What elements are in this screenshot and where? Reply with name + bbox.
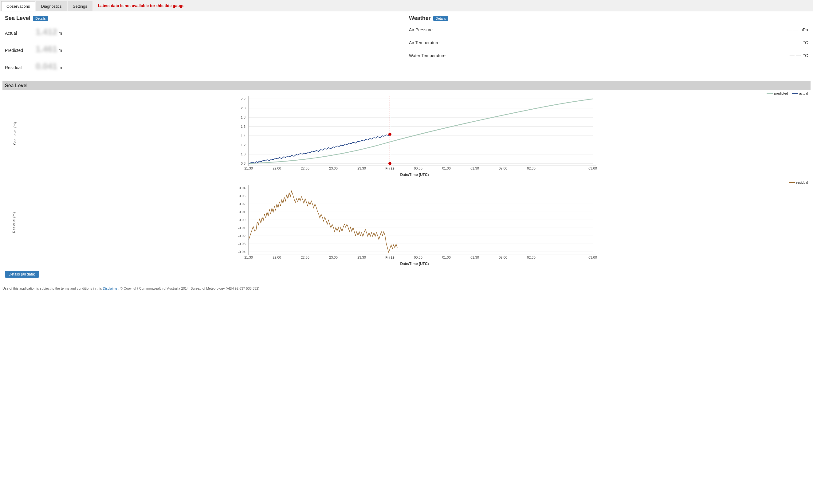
svg-text:Fri 29: Fri 29 — [385, 166, 394, 170]
top-section: Sea Level Details Actual 1.412 m Predict… — [2, 14, 811, 79]
svg-text:22:30: 22:30 — [301, 256, 309, 259]
svg-text:0.8: 0.8 — [241, 162, 245, 165]
legend-residual: residual — [789, 181, 808, 184]
tab-settings[interactable]: Settings — [68, 1, 92, 11]
svg-text:Fri 29: Fri 29 — [385, 256, 394, 259]
svg-text:1.0: 1.0 — [241, 152, 245, 156]
residual-unit: m — [58, 65, 62, 70]
svg-text:21:30: 21:30 — [244, 256, 253, 259]
legend-predicted-label: predicted — [774, 92, 788, 95]
predicted-unit: m — [58, 48, 62, 53]
sea-level-x-label: Date/Time (UTC) — [21, 173, 808, 177]
residual-x-label: Date/Time (UTC) — [21, 262, 808, 266]
svg-text:02:00: 02:00 — [499, 166, 507, 170]
svg-text:00:30: 00:30 — [414, 166, 423, 170]
tab-observations[interactable]: Observations — [1, 1, 35, 11]
svg-text:22:00: 22:00 — [272, 166, 281, 170]
legend-actual: actual — [792, 92, 808, 95]
svg-text:21:30: 21:30 — [244, 166, 253, 170]
water-temp-value-group: — — °C — [790, 53, 808, 58]
weather-title: Weather — [409, 15, 431, 21]
air-temp-row: Air Temperature — — °C — [409, 39, 808, 47]
actual-value: 1.412 — [36, 27, 57, 37]
tab-bar: Observations Diagnostics Settings Latest… — [0, 0, 813, 11]
details-all-button[interactable]: Details (all data) — [5, 271, 39, 278]
air-pressure-unit: hPa — [800, 27, 808, 32]
footer: Use of this application is subject to th… — [0, 285, 813, 291]
weather-panel: Weather Details Air Pressure — — hPa Air… — [406, 14, 811, 79]
sea-level-header: Sea Level Details — [5, 15, 404, 23]
residual-label: Residual — [5, 65, 36, 70]
legend-predicted-color — [767, 93, 773, 94]
svg-text:-0.04: -0.04 — [238, 250, 245, 254]
residual-value: 0.041 — [36, 61, 57, 71]
svg-text:0.04: 0.04 — [239, 186, 245, 190]
sea-level-chart-container: predicted actual Sea Level (m) — [2, 90, 811, 177]
svg-text:01:30: 01:30 — [471, 256, 479, 259]
svg-text:-0.01: -0.01 — [238, 226, 245, 230]
legend-actual-color — [792, 93, 798, 94]
air-temp-value: — — — [790, 40, 801, 45]
predicted-row: Predicted 1.461 m — [5, 43, 404, 55]
weather-details-button[interactable]: Details — [433, 16, 449, 21]
legend-residual-label: residual — [796, 181, 808, 184]
svg-text:02:00: 02:00 — [499, 256, 507, 259]
footer-link[interactable]: Disclaimer — [103, 287, 119, 290]
svg-text:01:00: 01:00 — [442, 166, 451, 170]
svg-text:22:30: 22:30 — [301, 166, 309, 170]
weather-header: Weather Details — [409, 15, 808, 23]
svg-text:1.4: 1.4 — [241, 134, 245, 138]
sea-level-chart-header: Sea Level — [2, 81, 811, 90]
main-content: Sea Level Details Actual 1.412 m Predict… — [0, 11, 813, 284]
footer-suffix: . © Copyright Commonwealth of Australia … — [118, 287, 259, 290]
predicted-value: 1.461 — [36, 44, 57, 54]
actual-row: Actual 1.412 m — [5, 26, 404, 38]
svg-text:0.03: 0.03 — [239, 194, 245, 198]
sea-level-svg: 2.2 2.0 1.8 1.6 1.4 1.2 1.0 0.8 21:30 22… — [21, 93, 808, 173]
air-pressure-value: — — — [787, 27, 798, 33]
residual-row: Residual 0.041 m — [5, 60, 404, 72]
svg-text:22:00: 22:00 — [272, 256, 281, 259]
water-temp-row: Water Temperature — — °C — [409, 52, 808, 60]
svg-text:03:00: 03:00 — [588, 166, 597, 170]
air-pressure-label: Air Pressure — [409, 27, 433, 32]
svg-text:0.01: 0.01 — [239, 210, 245, 214]
sea-level-y-axis-label: Sea Level (m) — [13, 122, 17, 145]
sea-level-panel: Sea Level Details Actual 1.412 m Predict… — [2, 14, 406, 79]
actual-unit: m — [58, 31, 62, 36]
water-temp-label: Water Temperature — [409, 53, 446, 58]
svg-text:1.2: 1.2 — [241, 143, 245, 147]
water-temp-value: — — — [790, 53, 801, 58]
residual-chart-container: residual Residual (m) 0.04 0.03 0. — [2, 179, 811, 266]
tab-diagnostics[interactable]: Diagnostics — [36, 1, 67, 11]
predicted-label: Predicted — [5, 48, 36, 53]
air-pressure-row: Air Pressure — — hPa — [409, 26, 808, 34]
alert-message: Latest data is not available for this ti… — [98, 3, 185, 8]
svg-text:1.8: 1.8 — [241, 115, 245, 119]
svg-text:23:30: 23:30 — [357, 256, 366, 259]
svg-text:23:00: 23:00 — [329, 256, 338, 259]
svg-text:23:30: 23:30 — [357, 166, 366, 170]
legend-predicted: predicted — [767, 92, 788, 95]
air-temp-value-group: — — °C — [790, 40, 808, 45]
sea-level-title: Sea Level — [5, 15, 30, 21]
sea-level-chart-section: Sea Level predicted actual Sea Level (m) — [2, 81, 811, 177]
residual-y-axis-label: Residual (m) — [12, 212, 16, 233]
actual-label: Actual — [5, 31, 36, 36]
svg-text:01:30: 01:30 — [471, 166, 479, 170]
air-pressure-value-group: — — hPa — [787, 27, 808, 33]
svg-text:0.02: 0.02 — [239, 202, 245, 206]
svg-text:01:00: 01:00 — [442, 256, 451, 259]
svg-text:02:30: 02:30 — [527, 256, 536, 259]
svg-text:00:30: 00:30 — [414, 256, 423, 259]
svg-text:2.2: 2.2 — [241, 97, 245, 101]
svg-text:2.0: 2.0 — [241, 106, 245, 110]
svg-text:02:30: 02:30 — [527, 166, 536, 170]
residual-legend: residual — [789, 181, 808, 184]
legend-residual-color — [789, 182, 795, 183]
footer-text: Use of this application is subject to th… — [2, 287, 103, 290]
svg-text:-0.03: -0.03 — [238, 242, 245, 246]
sea-level-details-button[interactable]: Details — [33, 16, 48, 21]
residual-svg: 0.04 0.03 0.02 0.01 0.00 -0.01 -0.02 -0.… — [21, 182, 808, 262]
svg-text:0.00: 0.00 — [239, 218, 245, 222]
